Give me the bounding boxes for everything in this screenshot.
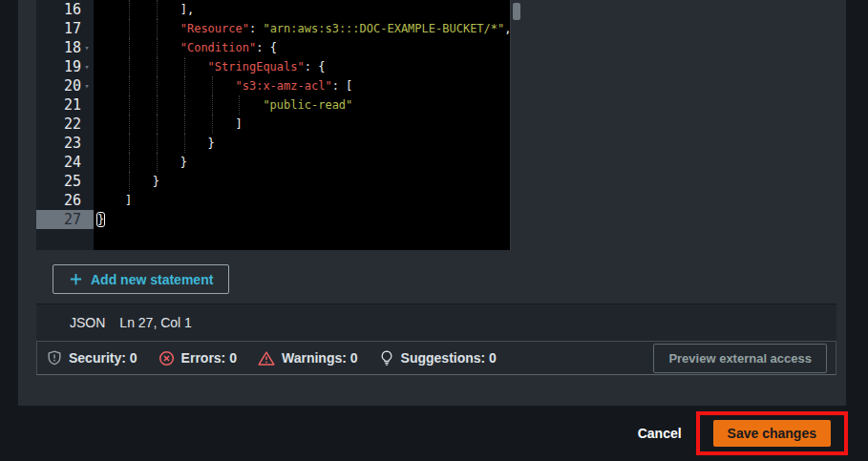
indent-guide xyxy=(184,76,185,95)
code-token: ] xyxy=(97,194,132,207)
code-token: } xyxy=(97,156,187,169)
gutter-line[interactable]: 25 xyxy=(36,172,94,191)
code-token: : { xyxy=(256,41,277,54)
code-token: "Resource" xyxy=(180,22,249,35)
errors-count-label: Errors: 0 xyxy=(181,350,237,366)
code-token: "s3:x-amz-acl" xyxy=(236,79,332,93)
fold-chevron-icon[interactable]: ▾ xyxy=(81,63,93,72)
gutter-line[interactable]: 27 xyxy=(36,210,94,229)
code-line[interactable]: ] xyxy=(97,191,510,210)
code-line[interactable]: "s3:x-amz-acl": [ xyxy=(97,76,510,95)
suggestion-findings[interactable]: Suggestions: 0 xyxy=(379,350,497,367)
gutter-line[interactable]: 20▾ xyxy=(36,76,94,95)
add-statement-row: Add new statement xyxy=(36,250,836,304)
indent-guide xyxy=(157,95,158,115)
line-number: 27 xyxy=(64,211,81,228)
gutter-line[interactable]: 26 xyxy=(36,191,94,210)
line-number: 22 xyxy=(64,115,81,133)
annotation-highlight-box: Save changes xyxy=(696,411,848,455)
indent-guide xyxy=(157,76,158,95)
indent-guide xyxy=(157,19,158,38)
cursor-position-label: Ln 27, Col 1 xyxy=(119,315,192,330)
line-number: 19 xyxy=(64,58,81,75)
gutter-line[interactable]: 17 xyxy=(36,19,94,38)
preview-external-access-button[interactable]: Preview external access xyxy=(653,344,827,373)
cancel-button[interactable]: Cancel xyxy=(630,422,689,445)
code-token: ] xyxy=(97,117,243,131)
code-token: ], xyxy=(97,3,194,16)
json-code-editor[interactable]: 161718▾19▾20▾21222324252627 ], "Resource… xyxy=(36,0,510,250)
validation-bar: Security: 0 Errors: 0 xyxy=(36,341,836,375)
code-token: } xyxy=(97,213,104,226)
gutter-line[interactable]: 21 xyxy=(36,95,94,115)
editor-status-bar: JSON Ln 27, Col 1 xyxy=(36,304,836,341)
line-number: 23 xyxy=(64,135,81,152)
gutter-line[interactable]: 19▾ xyxy=(36,57,94,76)
add-new-statement-label: Add new statement xyxy=(91,272,213,287)
code-line[interactable]: ] xyxy=(97,115,510,134)
edit-bucket-policy-page: 161718▾19▾20▾21222324252627 ], "Resource… xyxy=(0,0,868,461)
indent-guide xyxy=(129,172,130,191)
line-number: 16 xyxy=(64,1,81,18)
error-circle-icon xyxy=(159,350,175,367)
pane-resize-grip[interactable] xyxy=(513,3,520,20)
indent-guide xyxy=(129,76,130,95)
gutter-line[interactable]: 22 xyxy=(36,115,94,134)
fold-chevron-icon[interactable]: ▾ xyxy=(81,44,93,52)
gutter: 161718▾19▾20▾21222324252627 xyxy=(36,0,94,250)
indent-guide xyxy=(129,38,130,57)
indent-guide xyxy=(157,38,158,57)
indent-guide xyxy=(184,57,185,76)
line-number: 26 xyxy=(64,192,81,209)
plus-icon xyxy=(69,272,83,286)
add-new-statement-button[interactable]: Add new statement xyxy=(53,264,229,294)
indent-guide xyxy=(157,115,158,134)
indent-guide xyxy=(212,95,213,115)
code-lines[interactable]: ], "Resource": "arn:aws:s3:::DOC-EXAMPLE… xyxy=(94,0,510,250)
code-line[interactable]: } xyxy=(97,210,510,229)
gutter-line[interactable]: 23 xyxy=(36,134,94,153)
indent-guide xyxy=(157,134,158,153)
warning-triangle-icon xyxy=(258,350,275,367)
save-changes-button[interactable]: Save changes xyxy=(713,420,831,447)
gutter-line[interactable]: 16 xyxy=(36,0,94,19)
indent-guide xyxy=(129,134,130,153)
line-number: 17 xyxy=(64,20,81,37)
suggestions-count-label: Suggestions: 0 xyxy=(401,350,497,366)
indent-guide xyxy=(212,76,213,95)
code-line[interactable]: } xyxy=(97,153,510,172)
indent-guide xyxy=(129,57,130,76)
indent-guide xyxy=(184,95,185,115)
policy-editor-widget: 161718▾19▾20▾21222324252627 ], "Resource… xyxy=(36,0,836,375)
code-line[interactable]: "public-read" xyxy=(97,95,510,115)
code-line[interactable]: "Resource": "arn:aws:s3:::DOC-EXAMPLE-BU… xyxy=(97,19,510,38)
gutter-line[interactable]: 18▾ xyxy=(36,38,94,57)
security-findings[interactable]: Security: 0 xyxy=(47,350,138,366)
code-token: "public-read" xyxy=(263,98,352,112)
code-token xyxy=(97,60,208,73)
indent-guide xyxy=(129,115,130,134)
code-line[interactable]: } xyxy=(97,172,510,191)
warnings-count-label: Warnings: 0 xyxy=(282,350,358,366)
line-number: 20 xyxy=(64,77,81,94)
code-token xyxy=(97,79,236,93)
indent-guide xyxy=(157,153,158,172)
code-line[interactable]: "StringEquals": { xyxy=(97,57,510,76)
line-number: 21 xyxy=(64,96,81,114)
indent-guide xyxy=(129,153,130,172)
indent-guide xyxy=(239,95,240,115)
code-token: : [ xyxy=(332,79,353,93)
code-token xyxy=(97,22,180,35)
policy-editor-panel: 161718▾19▾20▾21222324252627 ], "Resource… xyxy=(18,0,846,406)
gutter-line[interactable]: 24 xyxy=(36,153,94,172)
error-findings[interactable]: Errors: 0 xyxy=(159,350,237,367)
code-line[interactable]: } xyxy=(97,134,510,153)
footer-action-bar: Cancel Save changes xyxy=(0,406,868,461)
code-token xyxy=(97,41,180,54)
warning-findings[interactable]: Warnings: 0 xyxy=(258,350,358,367)
code-line[interactable]: ], xyxy=(97,0,510,19)
code-line[interactable]: "Condition": { xyxy=(97,38,510,57)
code-token: : { xyxy=(305,60,326,73)
pane-divider[interactable] xyxy=(510,0,523,250)
fold-chevron-icon[interactable]: ▾ xyxy=(81,82,93,91)
